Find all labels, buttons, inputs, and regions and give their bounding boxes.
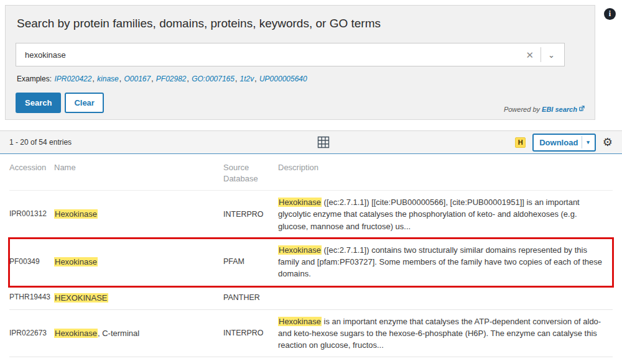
- results-count: 1 - 20 of 54 entries: [9, 138, 72, 147]
- source-database: INTERPRO: [223, 209, 278, 221]
- examples-line: Examples: IPR020422, kinase, O00167, PF0…: [17, 75, 585, 83]
- table-row: PTHR19443HEXOKINASEPANTHER: [9, 286, 613, 310]
- text-segment: is an important enzyme that catalyses th…: [278, 317, 601, 350]
- entry-name: Hexokinase: [54, 256, 223, 268]
- entry-name: HEXOKINASE: [54, 292, 223, 304]
- settings-gear-icon[interactable]: ⚙: [603, 137, 613, 148]
- highlighted-term: Hexokinase: [278, 245, 322, 255]
- column-header-accession: Accession: [9, 162, 54, 184]
- clear-input-icon[interactable]: ✕: [519, 50, 541, 60]
- example-link[interactable]: 1t2v: [240, 75, 254, 83]
- entry-name: Hexokinase: [54, 208, 223, 220]
- column-header-description: Description: [278, 162, 613, 184]
- results-table: Accession Name Source Database Descripti…: [0, 154, 622, 364]
- accession-link[interactable]: PTHR19443: [9, 292, 54, 303]
- source-database: INTERPRO: [223, 327, 278, 339]
- search-button[interactable]: Search: [16, 93, 61, 113]
- download-label: Download: [534, 135, 582, 150]
- download-caret-icon[interactable]: ▾: [582, 136, 595, 148]
- entry-name: Hexokinase, C-terminal: [54, 327, 223, 339]
- clear-button[interactable]: Clear: [65, 93, 104, 113]
- highlighted-term: Hexokinase: [54, 329, 98, 338]
- search-panel: Search by protein families, domains, pro…: [5, 5, 595, 120]
- example-link[interactable]: O00167: [124, 75, 151, 83]
- column-header-source-database: Source Database: [223, 162, 278, 184]
- source-database: PFAM: [223, 256, 278, 268]
- accession-link[interactable]: IPR022673: [9, 328, 54, 339]
- highlighted-term: Hexokinase: [54, 257, 98, 266]
- entry-description: Hexokinase ([ec:2.7.1.1]) [[cite:PUB0000…: [278, 196, 613, 232]
- chevron-down-icon[interactable]: ⌄: [541, 51, 562, 59]
- examples-links: IPR020422, kinase, O00167, PF02982, GO:0…: [53, 75, 307, 83]
- actions-row: Search Clear Powered by EBI search: [16, 93, 585, 113]
- table-row: IPR022672Hexokinase, N-terminalINTERPROH…: [9, 357, 613, 364]
- highlighted-term: Hexokinase: [278, 317, 322, 326]
- example-link[interactable]: UP000005640: [259, 75, 307, 83]
- entry-description: Hexokinase is an important enzyme that c…: [278, 316, 613, 352]
- hmm-badge[interactable]: H: [515, 137, 526, 148]
- highlighted-term: HEXOKINASE: [54, 293, 108, 303]
- text-segment: , C-terminal: [98, 329, 139, 338]
- powered-by: Powered by EBI search: [504, 106, 585, 113]
- entry-description: Hexokinase ([ec:2.7.1.1]) contains two s…: [278, 244, 613, 280]
- highlighted-term: Hexokinase: [54, 209, 98, 219]
- table-row: IPR022673Hexokinase, C-terminalINTERPROH…: [9, 310, 613, 358]
- results-toolbar: 1 - 20 of 54 entries H Download ▾ ⚙: [0, 130, 622, 154]
- ebi-search-link[interactable]: EBI search: [542, 106, 577, 113]
- results-body: IPR001312HexokinaseINTERPROHexokinase ([…: [9, 191, 613, 364]
- column-header-name: Name: [54, 162, 223, 184]
- accession-link[interactable]: IPR001312: [9, 209, 54, 220]
- accession-link[interactable]: PF00349: [9, 257, 54, 268]
- search-box: ✕ ⌄: [16, 43, 565, 66]
- source-database: PANTHER: [223, 292, 278, 304]
- search-input[interactable]: [24, 50, 519, 60]
- highlighted-term: Hexokinase: [278, 198, 322, 207]
- example-link[interactable]: IPR020422: [54, 75, 91, 83]
- examples-label: Examples:: [17, 75, 52, 83]
- text-segment: ([ec:2.7.1.1]) contains two structurally…: [278, 245, 602, 278]
- example-link[interactable]: kinase: [97, 75, 119, 83]
- search-panel-title: Search by protein families, domains, pro…: [17, 17, 585, 30]
- grid-view-icon[interactable]: [317, 136, 330, 148]
- download-button[interactable]: Download ▾: [532, 134, 596, 152]
- table-row: IPR001312HexokinaseINTERPROHexokinase ([…: [9, 191, 613, 239]
- table-header-row: Accession Name Source Database Descripti…: [9, 154, 613, 191]
- external-link-icon: [579, 106, 585, 111]
- example-link[interactable]: PF02982: [156, 75, 187, 83]
- info-icon[interactable]: i: [604, 8, 616, 20]
- table-row-flagged: PF00349HexokinasePFAMHexokinase ([ec:2.7…: [9, 239, 613, 286]
- text-segment: ([ec:2.7.1.1]) [[cite:PUB00000566], [cit…: [278, 198, 580, 230]
- example-link[interactable]: GO:0007165: [192, 75, 234, 83]
- powered-by-label: Powered by: [504, 106, 540, 113]
- search-section: Search by protein families, domains, pro…: [0, 0, 622, 120]
